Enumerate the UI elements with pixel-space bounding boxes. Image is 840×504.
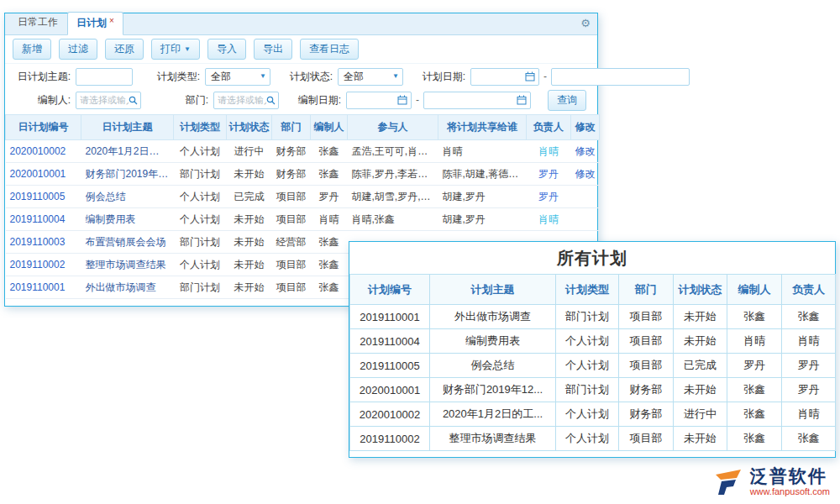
column-header[interactable]: 编制人 — [727, 275, 782, 305]
cell-id[interactable]: 2019110004 — [6, 208, 81, 231]
cell-subject[interactable]: 例会总结 — [81, 186, 174, 208]
calendar-icon[interactable] — [397, 95, 407, 105]
cell: 项目部 — [619, 427, 674, 451]
column-header[interactable]: 负责人 — [782, 275, 836, 305]
restore-button[interactable]: 还原 — [105, 39, 144, 60]
all-plans-row[interactable]: 2019110002整理市场调查结果个人计划项目部未开始张鑫张鑫 — [350, 427, 836, 451]
column-header[interactable]: 部门 — [619, 275, 674, 305]
filter-button[interactable]: 过滤 — [59, 39, 97, 60]
plan-date-from-input[interactable] — [470, 68, 539, 86]
close-icon[interactable]: × — [109, 16, 114, 25]
all-plans-row[interactable]: 2019110001外出做市场调查部门计划项目部未开始张鑫张鑫 — [350, 305, 836, 329]
filter-row-1: 日计划主题: 计划类型: 全部 ▼ 计划状态: 全部 ▼ 计划日期: - — [10, 65, 592, 88]
cell: 肖晴 — [782, 402, 836, 427]
column-header[interactable]: 部门 — [272, 115, 311, 140]
all-plans-row[interactable]: 20200100022020年1月2日的工...个人计划财务部进行中张鑫肖晴 — [350, 402, 836, 427]
cell-subject[interactable]: 编制费用表 — [81, 208, 174, 231]
cell-modify — [571, 208, 600, 231]
dept-search-input[interactable] — [213, 92, 279, 109]
daily-plan-row[interactable]: 20200100022020年1月2日的工作日...个人计划进行中财务部张鑫孟浩… — [6, 140, 600, 163]
cell-subject[interactable]: 2020年1月2日的工作日... — [81, 140, 174, 163]
column-header[interactable]: 负责人 — [527, 115, 571, 140]
compiler-filter-label: 编制人: — [10, 93, 71, 108]
cell-id[interactable]: 2020010002 — [6, 140, 81, 163]
calendar-icon[interactable] — [525, 71, 535, 81]
daily-plan-row[interactable]: 2019110004编制费用表个人计划未开始项目部肖晴肖晴,张鑫胡建,罗丹肖晴 — [6, 208, 600, 231]
column-header[interactable]: 日计划编号 — [6, 115, 81, 140]
cell-participants: 陈菲,罗丹,李若若,罗... — [348, 163, 438, 186]
cell: 未开始 — [674, 305, 727, 329]
cell-modify[interactable]: 修改 — [571, 163, 600, 186]
calendar-icon[interactable] — [517, 95, 527, 105]
new-button[interactable]: 新增 — [13, 39, 51, 60]
all-plans-table: 计划编号计划主题计划类型部门计划状态编制人负责人 2019110001外出做市场… — [349, 274, 836, 451]
column-header[interactable]: 日计划主题 — [81, 115, 174, 140]
cell-id[interactable]: 2019110001 — [6, 276, 81, 299]
view-log-button[interactable]: 查看日志 — [300, 39, 359, 60]
column-header[interactable]: 修改 — [571, 115, 600, 140]
print-button[interactable]: 打印▼ — [151, 39, 200, 60]
dept-search-field[interactable] — [218, 95, 266, 105]
search-icon[interactable] — [129, 96, 138, 105]
caret-down-icon: ▼ — [392, 73, 399, 80]
cell-subject[interactable]: 整理市场调查结果 — [81, 254, 174, 276]
cell-dept: 财务部 — [272, 140, 311, 163]
column-header[interactable]: 将计划共享给谁 — [438, 115, 527, 140]
cell-modify[interactable]: 修改 — [571, 140, 600, 163]
cell-dept: 项目部 — [272, 186, 311, 208]
compiler-search-field[interactable] — [80, 95, 129, 105]
fanpu-logo-icon — [713, 467, 743, 497]
compile-date-from-input[interactable] — [346, 92, 412, 109]
cell: 部门计划 — [556, 378, 619, 402]
all-plans-row[interactable]: 2020010001财务部门2019年12...部门计划财务部未开始张鑫罗丹 — [350, 378, 836, 402]
column-header[interactable]: 计划编号 — [350, 275, 430, 305]
subject-filter-input[interactable] — [76, 68, 133, 86]
column-header[interactable]: 编制人 — [311, 115, 348, 140]
cell-owner: 罗丹 — [527, 163, 571, 186]
all-plans-row[interactable]: 2019110005例会总结个人计划项目部已完成罗丹罗丹 — [350, 354, 836, 378]
export-button[interactable]: 导出 — [254, 39, 292, 60]
cell-subject[interactable]: 外出做市场调查 — [81, 276, 174, 299]
column-header[interactable]: 参与人 — [348, 115, 438, 140]
plan-status-select[interactable]: 全部 ▼ — [338, 68, 403, 86]
plan-date-to-input[interactable] — [551, 68, 690, 86]
cell-subject[interactable]: 布置营销展会会场 — [81, 231, 174, 254]
import-button[interactable]: 导入 — [207, 39, 246, 60]
all-plans-row[interactable]: 2019110004编制费用表个人计划项目部未开始肖晴肖晴 — [350, 329, 836, 354]
cell-type: 个人计划 — [174, 254, 227, 276]
column-header[interactable]: 计划状态 — [674, 275, 727, 305]
settings-icon[interactable]: ⚙ — [580, 18, 591, 29]
tab-daily-plan[interactable]: 日计划× — [67, 12, 123, 35]
compile-date-to-input[interactable] — [423, 92, 531, 109]
brand-name: 泛普软件 — [750, 466, 827, 486]
tab-daily-work[interactable]: 日常工作 — [8, 11, 67, 34]
date-range-separator: - — [543, 71, 547, 82]
filter-panel: 日计划主题: 计划类型: 全部 ▼ 计划状态: 全部 ▼ 计划日期: - 编制人… — [5, 64, 597, 114]
cell-id[interactable]: 2019110003 — [6, 231, 81, 254]
cell: 进行中 — [674, 402, 727, 427]
cell-owner: 肖晴 — [527, 140, 571, 163]
select-value: 全部 — [344, 70, 364, 84]
cell: 张鑫 — [727, 305, 782, 329]
cell-id[interactable]: 2020010001 — [6, 163, 81, 186]
column-header[interactable]: 计划状态 — [227, 115, 272, 140]
cell-type: 个人计划 — [174, 140, 227, 163]
daily-plan-row[interactable]: 2020010001财务部门2019年12月的...部门计划未开始财务部张鑫陈菲… — [6, 163, 600, 186]
column-header[interactable]: 计划类型 — [174, 115, 227, 140]
column-header[interactable]: 计划主题 — [430, 275, 556, 305]
daily-plan-row[interactable]: 2019110005例会总结个人计划已完成项目部罗丹胡建,胡雪,罗丹,任晓...… — [6, 186, 600, 208]
column-header[interactable]: 计划类型 — [556, 275, 619, 305]
plan-type-select[interactable]: 全部 ▼ — [205, 68, 270, 86]
cell: 未开始 — [674, 427, 727, 451]
cell: 财务部 — [619, 378, 674, 402]
cell-id[interactable]: 2019110005 — [6, 186, 81, 208]
cell: 张鑫 — [782, 427, 836, 451]
cell: 项目部 — [619, 305, 674, 329]
search-icon[interactable] — [266, 96, 276, 105]
status-filter-label: 计划状态: — [284, 70, 333, 84]
cell-subject[interactable]: 财务部门2019年12月的... — [81, 163, 174, 186]
filter-row-2: 编制人: 部门: 编制日期: - 查询 — [10, 88, 592, 112]
query-button[interactable]: 查询 — [548, 90, 586, 111]
cell-id[interactable]: 2019110002 — [6, 254, 81, 276]
compiler-search-input[interactable] — [76, 92, 141, 109]
